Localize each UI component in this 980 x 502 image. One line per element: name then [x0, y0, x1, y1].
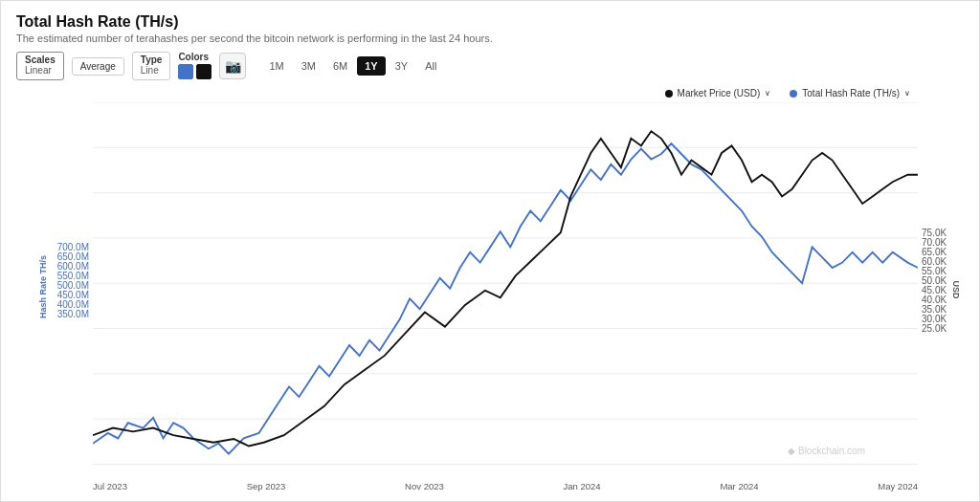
- chart-svg: [93, 102, 918, 464]
- y-axis-left: 700.0M650.0M600.0M550.0M500.0M450.0M400.…: [43, 239, 93, 340]
- time-button-6m[interactable]: 6M: [325, 56, 355, 76]
- blue-swatch[interactable]: [178, 64, 193, 79]
- x-axis: Jul 2023Sep 2023Nov 2023Jan 2024Mar 2024…: [93, 479, 918, 491]
- x-axis-label: Mar 2024: [720, 481, 758, 491]
- watermark-text: Blockchain.com: [798, 446, 865, 456]
- chart-title: Total Hash Rate (TH/s): [16, 12, 964, 31]
- legend-chevron-market: ∨: [765, 89, 770, 98]
- chart-wrapper: ◆ Blockchain.com: [93, 102, 918, 479]
- time-button-all[interactable]: All: [417, 56, 444, 76]
- colors-label: Colors: [178, 53, 209, 62]
- x-axis-label: Sep 2023: [247, 481, 286, 491]
- main-container: Total Hash Rate (TH/s) The estimated num…: [0, 0, 980, 502]
- legend-chevron-hash: ∨: [904, 89, 910, 98]
- header: Total Hash Rate (TH/s) The estimated num…: [16, 12, 964, 44]
- time-button-3y[interactable]: 3Y: [388, 56, 415, 76]
- x-axis-label: Jul 2023: [93, 481, 127, 491]
- legend-market-price: Market Price (USD) ∨: [665, 88, 771, 98]
- controls-bar: Scales Linear Average Type Line Colors 📷…: [16, 52, 964, 80]
- legend-market-price-label: Market Price (USD): [678, 88, 761, 98]
- chart-area: Hash Rate TH/s 700.0M650.0M600.0M550.0M5…: [16, 88, 964, 491]
- scales-control[interactable]: Scales Linear: [16, 52, 64, 80]
- y-right-label: 25.0K: [918, 324, 964, 334]
- camera-icon: 📷: [225, 58, 241, 74]
- average-label: Average: [80, 61, 116, 72]
- colors-control: Colors: [178, 53, 212, 79]
- chart-middle: Market Price (USD) ∨ Total Hash Rate (TH…: [93, 88, 918, 491]
- type-value: Line: [141, 65, 159, 76]
- y-axis-right-label: USD: [951, 261, 961, 318]
- x-axis-label: May 2024: [878, 481, 918, 491]
- black-swatch[interactable]: [196, 64, 212, 79]
- camera-button[interactable]: 📷: [219, 53, 246, 79]
- x-axis-label: Jan 2024: [564, 481, 601, 491]
- y-left-label: 350.0M: [43, 310, 93, 319]
- time-range-buttons: 1M3M6M1Y3YAll: [261, 56, 444, 76]
- legend-hash-rate: Total Hash Rate (TH/s) ∨: [790, 88, 910, 98]
- scales-label: Scales: [25, 55, 56, 65]
- blockchain-diamond-icon: ◆: [788, 446, 795, 456]
- scales-value: Linear: [25, 65, 52, 76]
- average-button[interactable]: Average: [72, 57, 124, 76]
- legend-dot-blue: [790, 90, 797, 98]
- time-button-1m[interactable]: 1M: [261, 56, 291, 76]
- watermark: ◆ Blockchain.com: [788, 446, 865, 456]
- color-swatches: [178, 64, 212, 79]
- legend-hash-rate-label: Total Hash Rate (TH/s): [802, 88, 900, 98]
- chart-subtitle: The estimated number of terahashes per s…: [16, 33, 964, 44]
- type-control[interactable]: Type Line: [132, 52, 171, 80]
- time-button-1y[interactable]: 1Y: [357, 56, 385, 76]
- time-button-3m[interactable]: 3M: [294, 56, 323, 76]
- chart-legend: Market Price (USD) ∨ Total Hash Rate (TH…: [93, 88, 918, 98]
- legend-dot-black: [665, 90, 673, 98]
- x-axis-label: Nov 2023: [405, 481, 444, 491]
- type-label: Type: [141, 55, 163, 65]
